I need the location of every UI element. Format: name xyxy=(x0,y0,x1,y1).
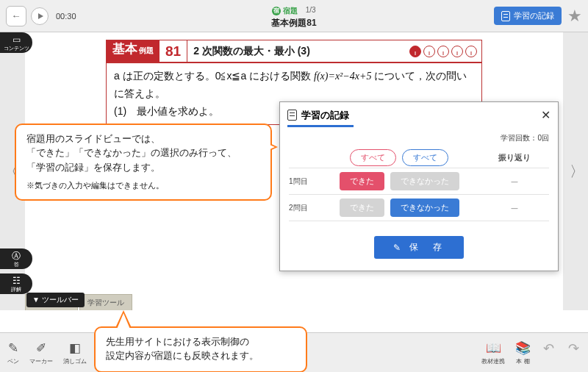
close-button[interactable]: ✕ xyxy=(541,108,551,122)
favorite-star-icon[interactable]: ★ xyxy=(567,7,582,26)
answer-button[interactable]: Ⓐ答 xyxy=(0,248,32,269)
pen-tool[interactable]: ✎ペン xyxy=(7,340,19,365)
clock-icon xyxy=(409,46,421,57)
callout-slideview: 宿題用のスライドビューでは、 「できた」「できなかった」の選択のみ行って、 「学… xyxy=(15,124,272,201)
homework-badge: 宿宿題 xyxy=(272,6,298,16)
modal-tab-indicator xyxy=(287,125,354,127)
contents-button[interactable]: ▭コンテンツ xyxy=(0,32,32,53)
learning-record-modal: 学習の記録 ✕ 学習回数：0回 すべて すべて 振り返り 1問目 できた できな… xyxy=(279,101,559,271)
callout-tail xyxy=(254,138,275,156)
question-label: 2問目 xyxy=(289,203,318,213)
topbar-center: 宿宿題 1/3 基本例題81 xyxy=(198,2,390,29)
question-label: 1問目 xyxy=(289,176,318,187)
marker-tool[interactable]: ✐マーカー xyxy=(29,340,53,365)
detail-button[interactable]: ☷詳解 xyxy=(0,273,32,294)
learning-count: 学習回数：0回 xyxy=(280,132,558,145)
back-button[interactable]: ← xyxy=(6,6,26,26)
bookshelf-button[interactable]: 📚本 棚 xyxy=(515,340,531,365)
result-row: 2問目 できた できなかった – xyxy=(289,195,549,221)
result-table: すべて すべて 振り返り 1問目 できた できなかった – 2問目 できた でき… xyxy=(280,145,558,227)
callout-tail xyxy=(116,313,131,331)
callout-teacher-site: 先生用サイトにおける表示制御の 設定内容が宿題にも反映されます。 xyxy=(94,326,307,372)
note-icon xyxy=(501,11,510,21)
tab-learning-tool[interactable]: 学習ツール xyxy=(79,294,132,310)
page-counter: 1/3 xyxy=(306,6,316,14)
problem-title: 2 次関数の最大・最小 (3) xyxy=(187,40,405,62)
difficulty-clocks xyxy=(405,40,481,62)
page-title: 基本例題81 xyxy=(198,17,390,29)
review-cell: – xyxy=(480,201,549,215)
ok-button[interactable]: できた xyxy=(340,172,384,190)
result-row: 1問目 できた できなかった – xyxy=(289,168,549,195)
top-bar: ← 00:30 宿宿題 1/3 基本例題81 学習の記録 ★ xyxy=(0,0,588,32)
ok-button[interactable]: できた xyxy=(340,198,384,217)
review-column-header: 振り返り xyxy=(480,152,549,163)
clock-icon xyxy=(465,46,477,57)
undo-button[interactable] xyxy=(541,340,556,355)
record-button[interactable]: 学習の記録 xyxy=(494,7,562,25)
modal-title: 学習の記録 xyxy=(301,109,541,122)
note-icon xyxy=(287,110,297,121)
save-button[interactable]: 保 存 xyxy=(374,236,464,259)
problem-number: 81 xyxy=(159,40,187,62)
clock-icon xyxy=(451,46,463,57)
ng-button[interactable]: できなかった xyxy=(390,172,459,190)
review-cell: – xyxy=(480,175,549,188)
timer-value: 00:30 xyxy=(56,12,76,21)
next-page-arrow[interactable]: 〉 xyxy=(569,149,585,193)
play-button[interactable] xyxy=(31,7,49,25)
all-ok-button[interactable]: すべて xyxy=(350,149,396,166)
all-ng-button[interactable]: すべて xyxy=(402,149,448,166)
material-link-button[interactable]: 📖教材連携 xyxy=(481,340,505,365)
eraser-tool[interactable]: ◧消しゴム xyxy=(63,340,87,365)
clock-icon xyxy=(423,46,435,57)
problem-label: 基本例題 xyxy=(107,40,159,62)
clock-icon xyxy=(437,46,449,57)
toolbar-toggle[interactable]: ▼ ツールバー xyxy=(26,293,85,307)
ng-button[interactable]: できなかった xyxy=(390,198,459,217)
redo-button[interactable] xyxy=(566,340,581,355)
